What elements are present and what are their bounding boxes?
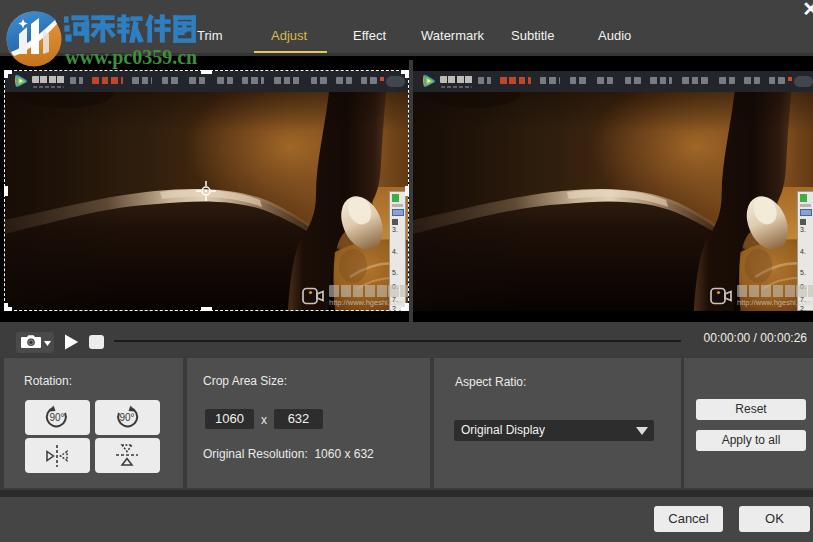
svg-text:90°: 90° <box>119 412 134 423</box>
svg-text:90°: 90° <box>49 412 64 423</box>
